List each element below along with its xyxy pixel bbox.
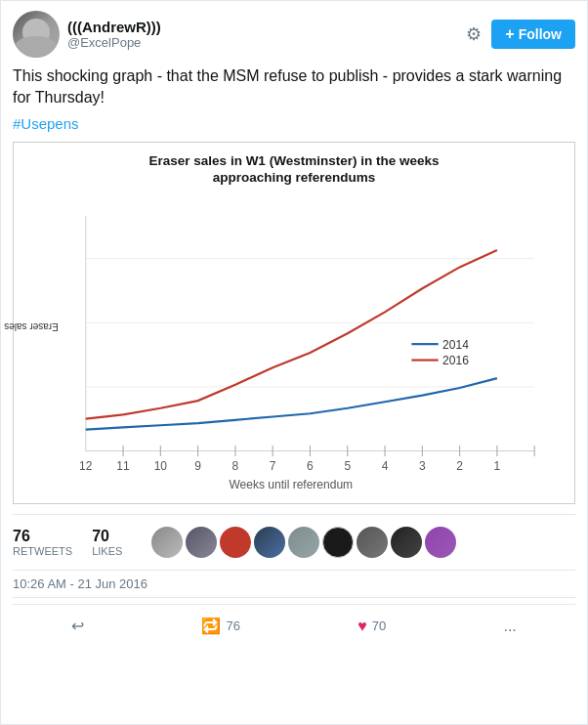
- svg-text:2014: 2014: [442, 337, 469, 351]
- chart-body: Eraser sales: [21, 194, 567, 493]
- svg-text:1: 1: [494, 459, 501, 473]
- svg-text:3: 3: [419, 459, 426, 473]
- svg-text:4: 4: [382, 459, 389, 473]
- liker-avatar-2: [186, 527, 217, 558]
- reply-button[interactable]: ↩: [63, 613, 92, 639]
- follow-button[interactable]: + Follow: [491, 20, 575, 49]
- tweet-text: This shocking graph - that the MSM refus…: [13, 65, 575, 109]
- chart-svg: 12 11 10 9 8 7 6 5 4 3 2 1 Weeks until r…: [43, 194, 567, 493]
- liker-avatar-8: [391, 527, 422, 558]
- liker-avatar-9: [425, 527, 456, 558]
- svg-text:Weeks until referendum: Weeks until referendum: [229, 478, 353, 491]
- svg-text:2: 2: [456, 459, 463, 473]
- svg-text:8: 8: [232, 459, 239, 473]
- username[interactable]: @ExcelPope: [67, 35, 161, 50]
- likes-count: 70: [92, 528, 122, 545]
- chart-title: Eraser sales in W1 (Westminster) in the …: [21, 152, 567, 187]
- svg-text:10: 10: [154, 459, 168, 473]
- like-count: 70: [372, 618, 386, 633]
- tweet-stats: 76 RETWEETS 70 LIKES: [13, 521, 575, 564]
- follow-label: Follow: [519, 26, 562, 42]
- liker-avatar-7: [357, 527, 388, 558]
- likes-stat: 70 LIKES: [92, 528, 122, 557]
- likers-row: [151, 527, 456, 558]
- y-axis-label: Eraser sales: [4, 321, 59, 332]
- liker-avatar-3: [220, 527, 251, 558]
- timestamp-divider: [13, 570, 575, 571]
- svg-text:9: 9: [194, 459, 201, 473]
- liker-avatar-5: [288, 527, 319, 558]
- retweets-label: RETWEETS: [13, 545, 72, 557]
- tweet-header: (((AndrewR))) @ExcelPope ⚙ + Follow: [13, 11, 575, 58]
- actions-divider: [13, 597, 575, 598]
- chart-title-line2: approaching referendums: [213, 170, 376, 185]
- tweet-container: (((AndrewR))) @ExcelPope ⚙ + Follow This…: [1, 1, 587, 653]
- tweet-actions: ↩ 🔁 76 ♥ 70 ...: [13, 604, 575, 643]
- retweet-icon: 🔁: [201, 617, 221, 635]
- svg-text:2016: 2016: [442, 354, 469, 367]
- retweet-count: 76: [226, 618, 239, 633]
- heart-icon: ♥: [357, 618, 367, 635]
- chart-container: Eraser sales in W1 (Westminster) in the …: [13, 142, 575, 504]
- like-button[interactable]: ♥ 70: [350, 613, 394, 639]
- reply-icon: ↩: [71, 617, 84, 635]
- more-icon: ...: [503, 618, 516, 635]
- display-name: (((AndrewR))): [67, 19, 161, 35]
- svg-text:6: 6: [307, 459, 314, 473]
- stats-divider: [13, 514, 575, 515]
- more-button[interactable]: ...: [495, 613, 524, 639]
- likes-label: LIKES: [92, 545, 122, 557]
- user-info: (((AndrewR))) @ExcelPope: [67, 19, 161, 50]
- header-left: (((AndrewR))) @ExcelPope: [13, 11, 161, 58]
- plus-icon: +: [505, 25, 514, 43]
- retweets-stat: 76 RETWEETS: [13, 528, 72, 557]
- retweet-button[interactable]: 🔁 76: [193, 613, 247, 639]
- tweet-timestamp: 10:26 AM - 21 Jun 2016: [13, 576, 575, 591]
- svg-text:11: 11: [116, 459, 130, 473]
- avatar[interactable]: [13, 11, 60, 58]
- tweet-hashtag[interactable]: #Usepens: [13, 115, 575, 132]
- liker-avatar-6: [322, 527, 354, 558]
- retweets-count: 76: [13, 528, 72, 545]
- liker-avatar-1: [151, 527, 183, 558]
- svg-text:7: 7: [270, 459, 276, 473]
- header-right: ⚙ + Follow: [466, 20, 575, 49]
- svg-text:12: 12: [79, 459, 93, 473]
- chart-title-line1: Eraser sales in W1 (Westminster) in the …: [149, 153, 440, 168]
- svg-text:5: 5: [344, 459, 351, 473]
- gear-icon[interactable]: ⚙: [466, 23, 482, 45]
- liker-avatar-4: [254, 527, 285, 558]
